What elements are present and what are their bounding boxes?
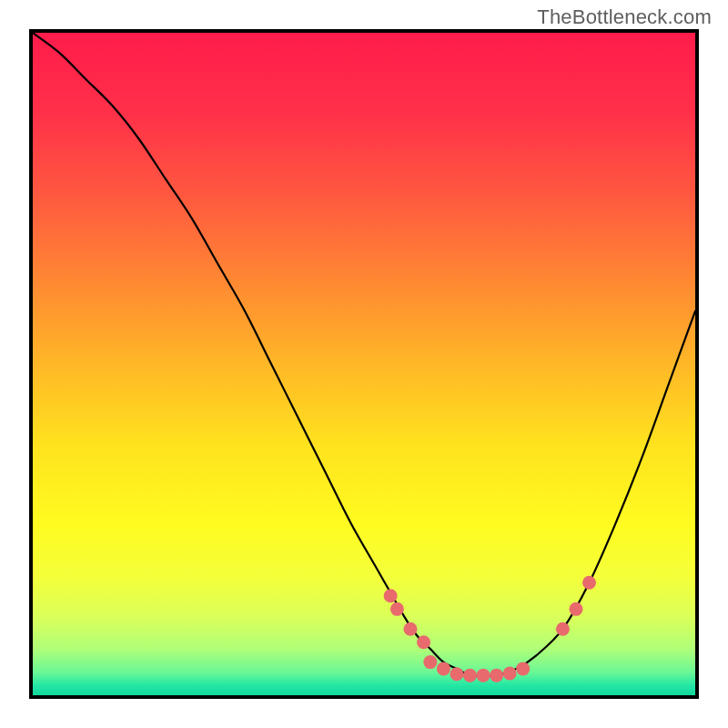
bottleneck-curve [33, 33, 695, 676]
chart-frame: TheBottleneck.com [0, 0, 728, 728]
highlight-dot [463, 669, 477, 682]
highlight-dot [417, 635, 430, 649]
plot-border [29, 29, 699, 699]
highlight-dot [490, 669, 503, 682]
highlight-dots [384, 576, 596, 682]
highlight-dot [569, 602, 582, 616]
highlight-dot [437, 662, 450, 675]
highlight-dot [516, 662, 530, 675]
highlight-dot [450, 667, 463, 681]
highlight-dot [582, 576, 596, 590]
highlight-dot [503, 666, 517, 680]
highlight-dot [423, 655, 437, 669]
highlight-dot [384, 589, 398, 602]
curve-layer [33, 33, 695, 695]
highlight-dot [390, 602, 404, 616]
highlight-dot [477, 669, 490, 682]
watermark-text: TheBottleneck.com [537, 5, 712, 29]
highlight-dot [403, 622, 417, 636]
plot-area [33, 33, 695, 695]
highlight-dot [556, 622, 570, 636]
